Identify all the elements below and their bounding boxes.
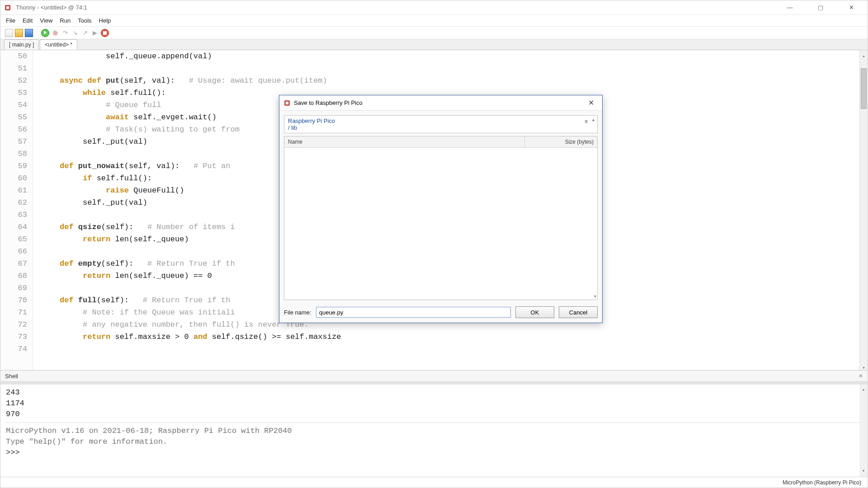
line-number: 71 bbox=[0, 306, 27, 319]
scroll-up-icon[interactable]: ▴ bbox=[592, 117, 594, 122]
line-number: 70 bbox=[0, 294, 27, 306]
code-line bbox=[37, 343, 868, 355]
line-number: 63 bbox=[0, 209, 27, 221]
stop-icon[interactable] bbox=[101, 29, 109, 37]
menubar: File Edit View Run Tools Help bbox=[0, 15, 868, 27]
shell-divider bbox=[6, 422, 862, 423]
scroll-down-icon[interactable]: ▾ bbox=[859, 466, 868, 477]
line-number: 58 bbox=[0, 148, 27, 160]
shell-close-icon[interactable]: ✕ bbox=[859, 373, 863, 379]
app-icon bbox=[284, 100, 290, 106]
interpreter-label[interactable]: MicroPython (Raspberry Pi Pico) bbox=[783, 479, 861, 486]
line-number: 54 bbox=[0, 99, 27, 111]
line-number: 64 bbox=[0, 221, 27, 233]
filename-row: File name: OK Cancel bbox=[284, 300, 598, 318]
line-number: 60 bbox=[0, 172, 27, 184]
window-title: Thonny - <untitled> @ 74:1 bbox=[15, 4, 780, 11]
listing-body[interactable]: ▾ bbox=[284, 148, 597, 300]
menu-edit[interactable]: Edit bbox=[23, 17, 33, 24]
close-button[interactable]: ✕ bbox=[841, 1, 861, 14]
listing-header: Name Size (bytes) bbox=[284, 136, 597, 148]
scroll-thumb[interactable] bbox=[861, 68, 867, 109]
dialog-close-icon[interactable]: ✕ bbox=[585, 99, 598, 107]
line-number: 65 bbox=[0, 233, 27, 245]
scroll-up-icon[interactable]: ▴ bbox=[860, 50, 868, 58]
scroll-down-icon[interactable]: ▾ bbox=[594, 294, 596, 299]
menu-run[interactable]: Run bbox=[60, 17, 71, 24]
line-number: 53 bbox=[0, 87, 27, 99]
editor-scrollbar[interactable]: ▴ ▾ bbox=[859, 50, 868, 370]
path-root: Raspberry Pi Pico bbox=[288, 117, 594, 124]
shell-line: 1174 bbox=[6, 398, 862, 409]
shell-line: 970 bbox=[6, 409, 862, 420]
line-number: 73 bbox=[0, 331, 27, 343]
hamburger-icon[interactable]: ≡ bbox=[585, 118, 587, 125]
statusbar: MicroPython (Raspberry Pi Pico) bbox=[0, 477, 868, 488]
cancel-button[interactable]: Cancel bbox=[559, 306, 598, 318]
menu-view[interactable]: View bbox=[40, 17, 52, 24]
menu-help[interactable]: Help bbox=[99, 17, 111, 24]
ok-button[interactable]: OK bbox=[515, 306, 554, 318]
dialog-titlebar: Save to Raspberry Pi Pico ✕ bbox=[279, 95, 602, 111]
toolbar: 🐞 ↷ ↘ ↗ ▶ bbox=[0, 27, 868, 39]
tab-main[interactable]: [ main.py ] bbox=[4, 39, 39, 50]
line-number: 69 bbox=[0, 282, 27, 294]
step-into-icon[interactable]: ↘ bbox=[71, 29, 79, 37]
code-line: self._queue.append(val) bbox=[37, 50, 868, 62]
save-file-icon[interactable] bbox=[25, 29, 33, 37]
resume-icon[interactable]: ▶ bbox=[91, 29, 99, 37]
shell-system-line: MicroPython v1.16 on 2021-06-18; Raspber… bbox=[6, 426, 862, 436]
svg-rect-1 bbox=[6, 6, 9, 9]
shell-scrollbar[interactable]: ▴ ▾ bbox=[859, 385, 868, 477]
step-out-icon[interactable]: ↗ bbox=[81, 29, 89, 37]
line-number: 67 bbox=[0, 258, 27, 270]
line-number: 50 bbox=[0, 50, 27, 62]
line-gutter: 5051525354555657585960616263646566676869… bbox=[0, 50, 33, 370]
titlebar: Thonny - <untitled> @ 74:1 — ▢ ✕ bbox=[0, 0, 868, 15]
shell-tab[interactable]: Shell ✕ bbox=[0, 370, 868, 382]
window-controls: — ▢ ✕ bbox=[780, 1, 864, 14]
run-icon[interactable] bbox=[41, 29, 49, 37]
shell-label: Shell bbox=[5, 373, 18, 380]
line-number: 66 bbox=[0, 245, 27, 258]
open-file-icon[interactable] bbox=[15, 29, 23, 37]
code-line: return self.maxsize > 0 and self.qsize()… bbox=[37, 331, 868, 343]
line-number: 52 bbox=[0, 75, 27, 87]
code-line: async def put(self, val): # Usage: await… bbox=[37, 75, 868, 87]
menu-file[interactable]: File bbox=[6, 17, 15, 24]
maximize-button[interactable]: ▢ bbox=[811, 1, 830, 14]
path-sub: / lib bbox=[288, 124, 594, 131]
line-number: 55 bbox=[0, 111, 27, 123]
filename-input[interactable] bbox=[316, 307, 511, 318]
path-box[interactable]: Raspberry Pi Pico / lib ≡ ▴ bbox=[284, 115, 598, 133]
minimize-button[interactable]: — bbox=[780, 1, 800, 14]
scroll-down-icon[interactable]: ▾ bbox=[860, 362, 868, 370]
debug-icon[interactable]: 🐞 bbox=[51, 29, 59, 37]
line-number: 57 bbox=[0, 136, 27, 148]
shell-body[interactable]: 243 1174 970 MicroPython v1.16 on 2021-0… bbox=[0, 382, 868, 477]
shell-line: 243 bbox=[6, 387, 862, 398]
file-listing[interactable]: Name Size (bytes) ▾ bbox=[284, 136, 598, 300]
dialog-title: Save to Raspberry Pi Pico bbox=[294, 99, 585, 106]
line-number: 74 bbox=[0, 343, 27, 355]
line-number: 62 bbox=[0, 197, 27, 209]
col-size-header[interactable]: Size (bytes) bbox=[525, 136, 597, 147]
line-number: 56 bbox=[0, 123, 27, 136]
menu-tools[interactable]: Tools bbox=[78, 17, 91, 24]
shell-prompt: >>> bbox=[6, 447, 862, 458]
line-number: 59 bbox=[0, 160, 27, 172]
step-over-icon[interactable]: ↷ bbox=[61, 29, 69, 37]
line-number: 72 bbox=[0, 319, 27, 331]
tab-untitled[interactable]: <untitled> * bbox=[40, 39, 77, 50]
col-name-header[interactable]: Name bbox=[284, 136, 525, 147]
filename-label: File name: bbox=[284, 309, 311, 316]
editor-tabs: [ main.py ] <untitled> * bbox=[0, 39, 868, 50]
line-number: 51 bbox=[0, 62, 27, 75]
line-number: 68 bbox=[0, 270, 27, 282]
line-number: 61 bbox=[0, 184, 27, 197]
scroll-up-icon[interactable]: ▴ bbox=[859, 385, 868, 395]
save-dialog: Save to Raspberry Pi Pico ✕ Raspberry Pi… bbox=[279, 95, 603, 323]
new-file-icon[interactable] bbox=[5, 29, 13, 37]
app-icon bbox=[4, 4, 11, 11]
svg-rect-3 bbox=[286, 102, 288, 104]
